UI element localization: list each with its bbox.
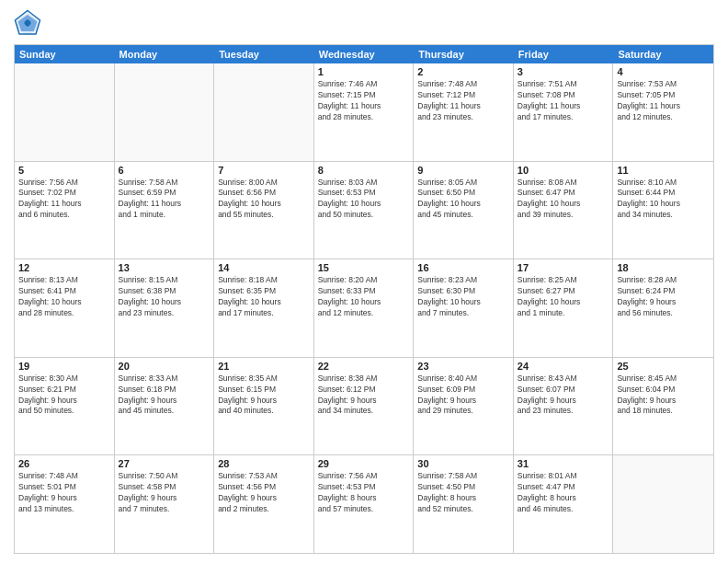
day-number: 23 [417, 361, 509, 372]
day-cell: 18Sunrise: 8:28 AM Sunset: 6:24 PM Dayli… [613, 259, 713, 357]
day-number: 13 [119, 262, 210, 273]
day-number: 18 [617, 262, 710, 273]
day-info: Sunrise: 8:35 AM Sunset: 6:15 PM Dayligh… [218, 373, 310, 418]
day-info: Sunrise: 7:53 AM Sunset: 4:56 PM Dayligh… [218, 471, 310, 515]
day-cell: 24Sunrise: 8:43 AM Sunset: 6:07 PM Dayli… [514, 358, 614, 455]
day-number: 19 [18, 361, 110, 372]
day-number: 16 [417, 262, 509, 273]
day-cell: 1Sunrise: 7:46 AM Sunset: 7:15 PM Daylig… [314, 63, 415, 161]
day-info: Sunrise: 7:53 AM Sunset: 7:05 PM Dayligh… [617, 79, 710, 123]
day-info: Sunrise: 8:23 AM Sunset: 6:30 PM Dayligh… [417, 275, 509, 319]
day-info: Sunrise: 8:01 AM Sunset: 4:47 PM Dayligh… [518, 471, 609, 515]
day-cell: 13Sunrise: 8:15 AM Sunset: 6:38 PM Dayli… [115, 259, 215, 357]
day-info: Sunrise: 8:13 AM Sunset: 6:41 PM Dayligh… [18, 275, 110, 319]
day-headers: SundayMondayTuesdayWednesdayThursdayFrid… [15, 45, 713, 63]
day-header: Thursday [414, 45, 514, 63]
day-number: 1 [318, 66, 410, 77]
day-number: 24 [518, 361, 609, 372]
day-cell: 21Sunrise: 8:35 AM Sunset: 6:15 PM Dayli… [214, 358, 314, 455]
day-cell: 26Sunrise: 7:48 AM Sunset: 5:01 PM Dayli… [15, 455, 115, 553]
day-info: Sunrise: 8:05 AM Sunset: 6:50 PM Dayligh… [417, 178, 509, 222]
day-cell: 6Sunrise: 7:58 AM Sunset: 6:59 PM Daylig… [115, 162, 215, 259]
day-number: 27 [119, 458, 210, 469]
day-info: Sunrise: 7:48 AM Sunset: 5:01 PM Dayligh… [18, 471, 110, 515]
day-cell: 29Sunrise: 7:56 AM Sunset: 4:53 PM Dayli… [314, 455, 415, 553]
day-cell: 9Sunrise: 8:05 AM Sunset: 6:50 PM Daylig… [414, 162, 514, 259]
logo-icon [14, 9, 41, 37]
day-cell: 27Sunrise: 7:50 AM Sunset: 4:58 PM Dayli… [115, 455, 215, 553]
day-cell: 4Sunrise: 7:53 AM Sunset: 7:05 PM Daylig… [613, 63, 713, 161]
day-cell: 5Sunrise: 7:56 AM Sunset: 7:02 PM Daylig… [15, 162, 115, 259]
day-info: Sunrise: 8:43 AM Sunset: 6:07 PM Dayligh… [518, 373, 609, 418]
day-cell: 17Sunrise: 8:25 AM Sunset: 6:27 PM Dayli… [514, 259, 614, 357]
day-info: Sunrise: 8:03 AM Sunset: 6:53 PM Dayligh… [318, 178, 410, 222]
day-number: 2 [417, 66, 509, 77]
day-cell: 16Sunrise: 8:23 AM Sunset: 6:30 PM Dayli… [414, 259, 514, 357]
day-cell: 19Sunrise: 8:30 AM Sunset: 6:21 PM Dayli… [15, 358, 115, 455]
weeks: 1Sunrise: 7:46 AM Sunset: 7:15 PM Daylig… [15, 63, 713, 553]
day-info: Sunrise: 7:56 AM Sunset: 4:53 PM Dayligh… [318, 471, 410, 515]
day-number: 30 [417, 458, 509, 469]
day-info: Sunrise: 7:56 AM Sunset: 7:02 PM Dayligh… [18, 178, 110, 222]
day-info: Sunrise: 8:18 AM Sunset: 6:35 PM Dayligh… [218, 275, 310, 319]
day-cell: 31Sunrise: 8:01 AM Sunset: 4:47 PM Dayli… [514, 455, 614, 553]
day-number: 3 [518, 66, 609, 77]
day-cell: 8Sunrise: 8:03 AM Sunset: 6:53 PM Daylig… [314, 162, 415, 259]
day-number: 29 [318, 458, 410, 469]
week-row: 12Sunrise: 8:13 AM Sunset: 6:41 PM Dayli… [15, 259, 713, 358]
day-info: Sunrise: 8:25 AM Sunset: 6:27 PM Dayligh… [518, 275, 609, 319]
day-number: 7 [218, 165, 310, 176]
day-number: 26 [18, 458, 110, 469]
day-number: 14 [218, 262, 310, 273]
day-info: Sunrise: 8:10 AM Sunset: 6:44 PM Dayligh… [617, 178, 710, 222]
header [14, 9, 714, 37]
week-row: 26Sunrise: 7:48 AM Sunset: 5:01 PM Dayli… [15, 455, 713, 553]
logo [14, 9, 45, 37]
day-header: Sunday [15, 45, 115, 63]
day-cell: 23Sunrise: 8:40 AM Sunset: 6:09 PM Dayli… [414, 358, 514, 455]
day-info: Sunrise: 8:28 AM Sunset: 6:24 PM Dayligh… [617, 275, 710, 319]
day-number: 5 [18, 165, 110, 176]
day-cell [214, 63, 314, 161]
week-row: 5Sunrise: 7:56 AM Sunset: 7:02 PM Daylig… [15, 162, 713, 260]
day-number: 4 [617, 66, 710, 77]
day-number: 25 [617, 361, 710, 372]
day-cell: 10Sunrise: 8:08 AM Sunset: 6:47 PM Dayli… [514, 162, 614, 259]
day-number: 12 [18, 262, 110, 273]
day-info: Sunrise: 8:20 AM Sunset: 6:33 PM Dayligh… [318, 275, 410, 319]
day-number: 28 [218, 458, 310, 469]
day-info: Sunrise: 8:33 AM Sunset: 6:18 PM Dayligh… [119, 373, 210, 418]
week-row: 1Sunrise: 7:46 AM Sunset: 7:15 PM Daylig… [15, 63, 713, 162]
day-cell: 7Sunrise: 8:00 AM Sunset: 6:56 PM Daylig… [214, 162, 314, 259]
calendar: SundayMondayTuesdayWednesdayThursdayFrid… [14, 44, 714, 554]
day-number: 9 [417, 165, 509, 176]
day-number: 8 [318, 165, 410, 176]
day-number: 22 [318, 361, 410, 372]
day-cell: 11Sunrise: 8:10 AM Sunset: 6:44 PM Dayli… [613, 162, 713, 259]
day-cell: 15Sunrise: 8:20 AM Sunset: 6:33 PM Dayli… [314, 259, 415, 357]
day-number: 20 [119, 361, 210, 372]
day-cell: 14Sunrise: 8:18 AM Sunset: 6:35 PM Dayli… [214, 259, 314, 357]
week-row: 19Sunrise: 8:30 AM Sunset: 6:21 PM Dayli… [15, 358, 713, 456]
day-header: Friday [514, 45, 614, 63]
day-info: Sunrise: 7:58 AM Sunset: 6:59 PM Dayligh… [119, 178, 210, 222]
day-number: 17 [518, 262, 609, 273]
day-header: Wednesday [314, 45, 415, 63]
day-cell: 30Sunrise: 7:58 AM Sunset: 4:50 PM Dayli… [414, 455, 514, 553]
day-cell: 20Sunrise: 8:33 AM Sunset: 6:18 PM Dayli… [115, 358, 215, 455]
day-number: 6 [119, 165, 210, 176]
day-header: Tuesday [214, 45, 314, 63]
day-cell: 3Sunrise: 7:51 AM Sunset: 7:08 PM Daylig… [514, 63, 614, 161]
day-info: Sunrise: 8:40 AM Sunset: 6:09 PM Dayligh… [417, 373, 509, 418]
day-info: Sunrise: 7:50 AM Sunset: 4:58 PM Dayligh… [119, 471, 210, 515]
day-info: Sunrise: 7:48 AM Sunset: 7:12 PM Dayligh… [417, 79, 509, 123]
day-number: 11 [617, 165, 710, 176]
day-cell [613, 455, 713, 553]
day-cell: 12Sunrise: 8:13 AM Sunset: 6:41 PM Dayli… [15, 259, 115, 357]
day-info: Sunrise: 8:15 AM Sunset: 6:38 PM Dayligh… [119, 275, 210, 319]
day-cell [15, 63, 115, 161]
day-header: Monday [115, 45, 215, 63]
day-number: 10 [518, 165, 609, 176]
day-info: Sunrise: 8:08 AM Sunset: 6:47 PM Dayligh… [518, 178, 609, 222]
day-cell: 25Sunrise: 8:45 AM Sunset: 6:04 PM Dayli… [613, 358, 713, 455]
